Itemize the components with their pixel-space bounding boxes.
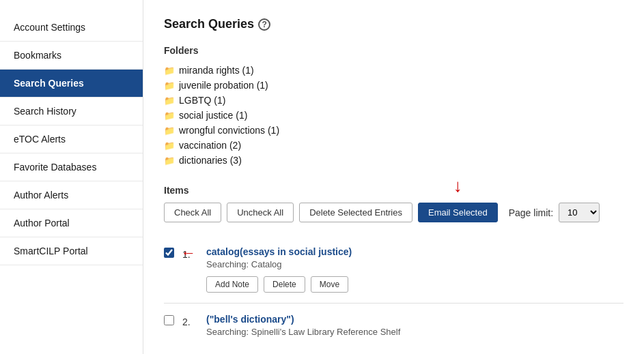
page-limit-select[interactable]: 10 25 50 100	[559, 203, 600, 222]
folder-icon: 📁	[164, 110, 175, 121]
main-content: Search Queries ? Folders 📁 miranda right…	[143, 0, 644, 354]
delete-selected-button[interactable]: Delete Selected Entries	[299, 203, 412, 222]
sidebar-item-etoc-alerts[interactable]: eTOC Alerts	[0, 126, 143, 153]
help-icon[interactable]: ?	[258, 18, 270, 31]
sidebar: Account Settings Bookmarks Search Querie…	[0, 0, 143, 354]
result-2-checkbox-area: 2.	[164, 314, 198, 327]
folder-icon: 📁	[164, 156, 175, 166]
email-selected-button[interactable]: Email Selected	[418, 203, 498, 222]
move-button[interactable]: Move	[311, 276, 348, 293]
folder-vaccination[interactable]: 📁 vaccination (2)	[164, 138, 624, 153]
arrow-down-icon: ↓	[453, 177, 462, 194]
folder-icon: 📁	[164, 80, 175, 91]
result-1-actions: Add Note Delete Move	[206, 276, 624, 293]
result-item-1: ← 1. catalog(essays in social justice) S…	[164, 236, 624, 304]
items-label: Items	[164, 185, 624, 196]
result-item-2: 2. ("bell's dictionary") Searching: Spin…	[164, 304, 624, 354]
result-2-body: ("bell's dictionary") Searching: Spinell…	[206, 314, 624, 344]
folder-icon: 📁	[164, 126, 175, 136]
result-1-checkbox[interactable]	[164, 248, 174, 258]
result-2-checkbox[interactable]	[164, 315, 174, 325]
add-note-button[interactable]: Add Note	[206, 276, 258, 293]
result-1-body: catalog(essays in social justice) Search…	[206, 246, 624, 293]
folder-miranda-rights[interactable]: 📁 miranda rights (1)	[164, 63, 624, 78]
sidebar-item-search-queries[interactable]: Search Queries	[0, 70, 143, 98]
app-container: Account Settings Bookmarks Search Querie…	[0, 0, 644, 354]
folders-label: Folders	[164, 45, 624, 56]
sidebar-item-favorite-databases[interactable]: Favorite Databases	[0, 153, 143, 181]
result-2-number: 2.	[182, 315, 191, 327]
folders-section: Folders 📁 miranda rights (1) 📁 juvenile …	[164, 45, 624, 168]
sidebar-item-smartcilp-portal[interactable]: SmartCILP Portal	[0, 237, 143, 265]
page-limit-label: Page limit:	[509, 207, 553, 218]
sidebar-item-search-history[interactable]: Search History	[0, 98, 143, 126]
folder-icon: 📁	[164, 95, 175, 106]
folder-icon: 📁	[164, 65, 175, 76]
sidebar-item-author-alerts[interactable]: Author Alerts	[0, 181, 143, 209]
uncheck-all-button[interactable]: Uncheck All	[227, 203, 294, 222]
result-2-subtitle: Searching: Spinelli's Law Library Refere…	[206, 327, 624, 337]
sidebar-item-account-settings[interactable]: Account Settings	[0, 14, 143, 42]
sidebar-item-bookmarks[interactable]: Bookmarks	[0, 42, 143, 70]
result-2-title[interactable]: ("bell's dictionary")	[206, 314, 294, 325]
folder-wrongful-convictions[interactable]: 📁 wrongful convictions (1)	[164, 123, 624, 138]
items-toolbar: Check All Uncheck All Delete Selected En…	[164, 203, 624, 222]
result-1-checkbox-area: ← 1.	[164, 246, 198, 260]
folder-social-justice[interactable]: 📁 social justice (1)	[164, 108, 624, 123]
folder-lgbtq[interactable]: 📁 LGBTQ (1)	[164, 93, 624, 108]
items-section: Items Check All Uncheck All Delete Selec…	[164, 185, 624, 354]
folder-juvenile-probation[interactable]: 📁 juvenile probation (1)	[164, 78, 624, 93]
arrow-left-icon: ←	[181, 244, 196, 262]
result-1-title[interactable]: catalog(essays in social justice)	[206, 246, 352, 257]
page-title-area: Search Queries ?	[164, 17, 624, 31]
page-title: Search Queries	[164, 17, 254, 31]
sidebar-item-author-portal[interactable]: Author Portal	[0, 209, 143, 237]
check-all-button[interactable]: Check All	[164, 203, 221, 222]
result-1-subtitle: Searching: Catalog	[206, 259, 624, 269]
folder-dictionaries[interactable]: 📁 dictionaries (3)	[164, 153, 624, 168]
delete-button[interactable]: Delete	[264, 276, 305, 293]
folder-icon: 📁	[164, 141, 175, 151]
